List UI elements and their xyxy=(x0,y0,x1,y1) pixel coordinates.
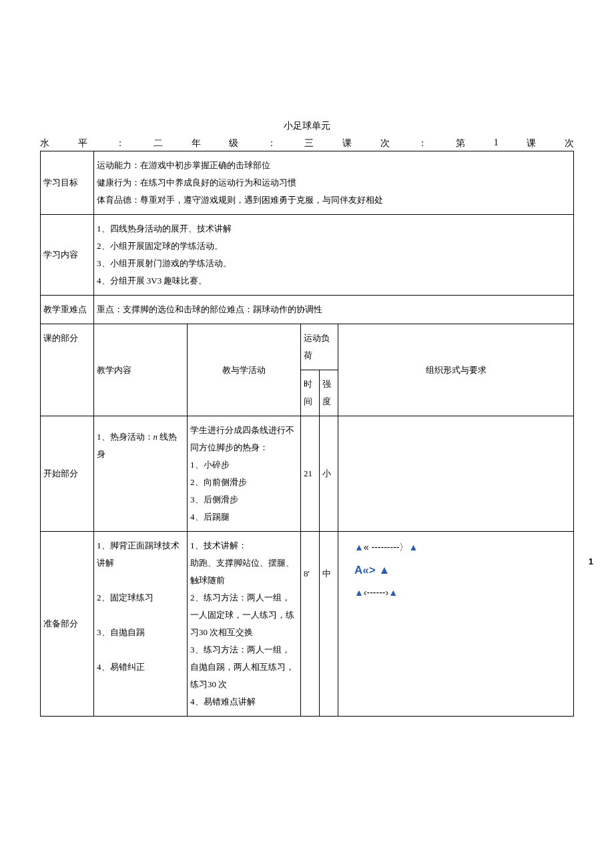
keypoints-row: 教学重难点 重点：支撑脚的选位和击球的部位难点：踢球动作的协调性 xyxy=(41,296,574,324)
triangle-icon: ▲ xyxy=(354,542,364,552)
keypoints-text: 重点：支撑脚的选位和击球的部位难点：踢球动作的协调性 xyxy=(97,301,571,318)
document-title: 小足球单元 xyxy=(40,120,574,132)
content-label: 学习内容 xyxy=(41,215,94,296)
start-org xyxy=(338,416,574,532)
objectives-line3: 体育品德：尊重对手，遵守游戏规则，遇到困难勇于克服，与同伴友好相处 xyxy=(97,191,571,209)
meta-level-label-1: 水 xyxy=(40,137,49,149)
triangle-icon: ▲ xyxy=(409,542,418,552)
org-row-2: A«> ▲ xyxy=(354,558,571,582)
meta-lesson-label-1: 课 xyxy=(342,137,352,149)
header-time: 时间 xyxy=(301,370,320,416)
header-load: 运动负荷 xyxy=(301,324,338,370)
header-activity: 教与学活动 xyxy=(188,324,301,416)
prep-intensity: 中 xyxy=(320,532,338,717)
prep-label: 准备部分 xyxy=(41,532,94,717)
start-time: 21 xyxy=(301,416,320,532)
meta-lesson-label-4: 次 xyxy=(565,137,574,149)
header-org: 组织形式与要求 xyxy=(338,324,574,416)
objectives-label: 学习目标 xyxy=(41,151,94,215)
table-header-row-1: 课的部分 教学内容 教与学活动 运动负荷 组织形式与要求 xyxy=(41,324,574,370)
triangle-icon: A xyxy=(354,564,362,576)
arrow-text-3: ‹------› xyxy=(364,587,388,598)
arrow-text-2: «> xyxy=(362,564,375,576)
meta-lesson-label-3: 课 xyxy=(527,137,536,149)
objectives-content: 运动能力：在游戏中初步掌握正确的击球部位 健康行为：在练习中养成良好的运动行为和… xyxy=(94,151,574,215)
keypoints-body: 重点：支撑脚的选位和击球的部位难点：踢球动作的协调性 xyxy=(94,296,574,324)
meta-lesson-prefix: 第 xyxy=(456,137,465,149)
start-content-prefix: 1、热身活动： xyxy=(97,432,154,442)
meta-grade-value: 三 xyxy=(304,137,314,149)
objectives-row: 学习目标 运动能力：在游戏中初步掌握正确的击球部位 健康行为：在练习中养成良好的… xyxy=(41,151,574,215)
start-content: 1、热身活动：n 线热身 xyxy=(94,416,188,532)
header-section: 课的部分 xyxy=(41,324,94,416)
meta-colon-3: ： xyxy=(418,137,427,149)
prep-content: 1、脚背正面踢球技术讲解 2、固定球练习 3、自抛自踢 4、易错纠正 xyxy=(94,532,188,717)
objectives-line2: 健康行为：在练习中养成良好的运动行为和运动习惯 xyxy=(97,174,571,191)
side-page-number: 1 xyxy=(589,553,593,570)
content-line1: 1、四线热身活动的展开、技术讲解 xyxy=(97,220,571,238)
triangle-icon: ▲ xyxy=(354,587,364,598)
start-label: 开始部分 xyxy=(41,416,94,532)
triangle-icon: ▲ xyxy=(388,587,398,598)
start-intensity: 小 xyxy=(320,416,338,532)
triangle-icon: ▲ xyxy=(378,564,390,576)
prep-activity: 1、技术讲解： 助跑、支撑脚站位、摆腿、触球随前 2、练习方法：两人一组，一人固… xyxy=(188,532,301,717)
objectives-line1: 运动能力：在游戏中初步掌握正确的击球部位 xyxy=(97,157,571,174)
meta-colon-2: ： xyxy=(267,137,276,149)
arrow-text-1: « ---------〉 xyxy=(364,542,409,552)
keypoints-label: 教学重难点 xyxy=(41,296,94,324)
prep-time: 8' xyxy=(301,532,320,717)
org-row-3: ▲‹------›▲ xyxy=(354,582,571,603)
prep-section-row: 准备部分 1、脚背正面踢球技术讲解 2、固定球练习 3、自抛自踢 4、易错纠正 … xyxy=(41,532,574,717)
meta-grade-label-2: 级 xyxy=(229,137,238,149)
content-line3: 3、小组开展射门游戏的学练活动。 xyxy=(97,255,571,272)
meta-grade-label-1: 年 xyxy=(192,137,201,149)
content-row: 学习内容 1、四线热身活动的展开、技术讲解 2、小组开展固定球的学练活动。 3、… xyxy=(41,215,574,296)
start-section-row: 开始部分 1、热身活动：n 线热身 学生进行分成四条线进行不同方位脚步的热身： … xyxy=(41,416,574,532)
meta-level-value: 二 xyxy=(154,137,163,149)
header-intensity: 强度 xyxy=(320,370,338,416)
meta-lesson-label-2: 次 xyxy=(380,137,390,149)
meta-line: 水 平 ： 二 年 级 ： 三 课 次 ： 第 1 课 次 xyxy=(40,137,574,149)
content-line2: 2、小组开展固定球的学练活动。 xyxy=(97,238,571,255)
org-row-1: ▲« ---------〉▲ xyxy=(354,537,571,558)
start-activity: 学生进行分成四条线进行不同方位脚步的热身： 1、小碎步 2、向前侧滑步 3、后侧… xyxy=(188,416,301,532)
content-line4: 4、分组开展 3V3 趣味比赛。 xyxy=(97,272,571,290)
header-teach-content: 教学内容 xyxy=(94,324,188,416)
content-body: 1、四线热身活动的展开、技术讲解 2、小组开展固定球的学练活动。 3、小组开展射… xyxy=(94,215,574,296)
meta-colon-1: ： xyxy=(115,137,125,149)
meta-level-label-2: 平 xyxy=(78,137,87,149)
lesson-plan-table: 学习目标 运动能力：在游戏中初步掌握正确的击球部位 健康行为：在练习中养成良好的… xyxy=(40,151,574,717)
prep-org: ▲« ---------〉▲ A«> ▲ ▲‹------›▲ 1 xyxy=(338,532,574,717)
meta-lesson-num: 1 xyxy=(494,137,499,149)
